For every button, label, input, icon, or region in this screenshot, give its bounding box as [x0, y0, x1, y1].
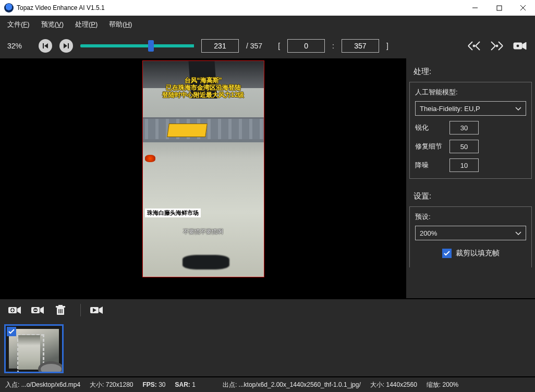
process-clip-button[interactable] — [87, 302, 106, 318]
chevron-down-icon — [515, 229, 521, 237]
section-processing: 处理: — [406, 59, 535, 82]
video-frame: 台风“海高斯” 已在珠海市金湾区沿海登陆 登陆时中心附近最大风力12级 珠海白藤… — [142, 60, 264, 277]
current-frame-input[interactable]: 231 — [201, 39, 239, 53]
status-bar: 入点: ...o/Desktop/x6d.mp4 大小: 720x1280 FP… — [0, 376, 535, 392]
svg-rect-6 — [68, 43, 69, 48]
clip-toolbar — [0, 298, 535, 321]
prev-frame-button[interactable] — [39, 39, 52, 53]
menu-file[interactable]: 文件(F) — [7, 20, 30, 29]
model-label: 人工智能模型: — [415, 88, 526, 97]
svg-point-20 — [516, 44, 519, 47]
status-out-path: ...ktop/x6d_2.00x_1440x2560_thf-1.0.1_jp… — [239, 381, 361, 388]
out-point-input[interactable]: 357 — [342, 39, 379, 53]
timeline-slider[interactable] — [80, 40, 194, 52]
status-in-path: ...o/Desktop/x6d.mp4 — [21, 381, 80, 388]
svg-rect-1 — [497, 6, 502, 10]
close-button[interactable] — [511, 0, 535, 16]
menu-help[interactable]: 帮助(H) — [109, 20, 132, 29]
clip-selected-check-icon — [7, 327, 16, 336]
status-in-size: 720x1280 — [106, 381, 133, 388]
svg-line-9 — [468, 46, 472, 50]
svg-point-12 — [473, 45, 475, 47]
svg-line-13 — [491, 42, 495, 46]
next-frame-button[interactable] — [59, 39, 73, 53]
in-point-input[interactable]: 0 — [287, 39, 325, 53]
status-scale: 200% — [443, 381, 459, 388]
model-select[interactable]: Theia-Fidelity: EU,P — [415, 101, 526, 116]
svg-marker-37 — [99, 307, 103, 314]
svg-marker-7 — [64, 43, 67, 48]
preset-label: 预设: — [415, 212, 526, 222]
svg-line-14 — [491, 46, 495, 50]
set-out-point-button[interactable] — [489, 40, 505, 52]
playback-toolbar: 32% 231 / 357 [ 0 : 357 ] — [0, 33, 535, 58]
status-fps: 30 — [159, 381, 165, 388]
crop-to-fill-checkbox[interactable] — [442, 249, 452, 258]
clip-tray — [0, 321, 535, 376]
record-range-button[interactable] — [512, 40, 528, 52]
svg-marker-5 — [44, 43, 48, 48]
svg-line-16 — [498, 46, 503, 50]
svg-rect-4 — [43, 43, 44, 48]
title-bar: Topaz Video Enhance AI V1.5.1 — [0, 0, 535, 16]
minimize-button[interactable] — [463, 0, 487, 16]
svg-line-10 — [476, 42, 480, 46]
restore-detail-label: 修复细节 — [415, 142, 444, 151]
app-logo-icon — [4, 3, 14, 13]
zoom-level: 32% — [7, 42, 31, 50]
svg-rect-32 — [58, 305, 63, 307]
preset-select[interactable]: 200% — [415, 226, 526, 240]
add-clip-button[interactable] — [5, 302, 24, 318]
sharpen-label: 锐化 — [415, 123, 444, 132]
svg-marker-27 — [40, 307, 44, 314]
section-settings: 设置: — [406, 184, 535, 206]
clip-thumbnail[interactable] — [4, 324, 64, 373]
video-location-tag: 珠海白藤头海鲜市场 — [145, 209, 201, 217]
svg-marker-22 — [17, 307, 21, 314]
set-in-point-button[interactable] — [466, 40, 482, 52]
svg-line-11 — [476, 46, 480, 50]
bracket-close: ] — [386, 42, 388, 50]
sharpen-input[interactable]: 30 — [449, 121, 479, 134]
video-subtitle: 不要慌不要慌啊 — [143, 228, 264, 236]
side-panel: 处理: 人工智能模型: Theia-Fidelity: EU,P 锐化 30 修… — [406, 58, 535, 298]
denoise-label: 降噪 — [415, 161, 444, 170]
maximize-button[interactable] — [487, 0, 511, 16]
menu-process[interactable]: 处理(P) — [75, 20, 98, 29]
menu-preview[interactable]: 预览(V) — [41, 20, 64, 29]
status-out-size: 1440x2560 — [386, 381, 417, 388]
video-caption-headline: 台风“海高斯” 已在珠海市金湾区沿海登陆 登陆时中心附近最大风力12级 — [143, 77, 264, 99]
delete-clip-button[interactable] — [51, 302, 70, 318]
svg-line-8 — [468, 42, 472, 46]
svg-point-17 — [496, 45, 498, 47]
crop-to-fill-label: 裁剪以填充帧 — [456, 249, 500, 258]
preview-viewport[interactable]: 台风“海高斯” 已在珠海市金湾区沿海登陆 登陆时中心附近最大风力12级 珠海白藤… — [0, 58, 406, 298]
svg-marker-19 — [522, 42, 526, 50]
denoise-input[interactable]: 10 — [449, 158, 479, 172]
restore-detail-input[interactable]: 50 — [449, 140, 479, 153]
chevron-down-icon — [515, 105, 521, 113]
window-title: Topaz Video Enhance AI V1.5.1 — [17, 4, 463, 11]
bracket-open: [ — [278, 42, 280, 50]
remove-clip-button[interactable] — [28, 302, 47, 318]
menu-bar: 文件(F) 预览(V) 处理(P) 帮助(H) — [0, 16, 535, 33]
svg-line-15 — [498, 42, 503, 46]
status-sar: 1 — [192, 381, 196, 388]
